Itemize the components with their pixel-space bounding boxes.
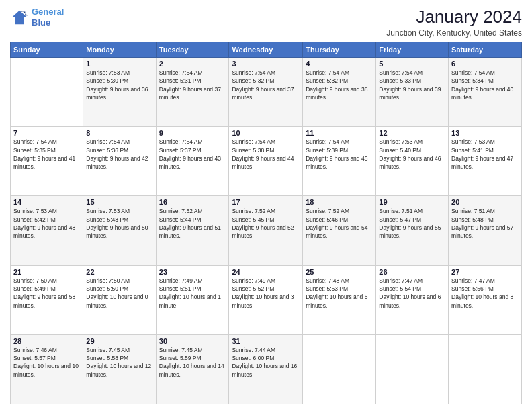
- day-info-1: Sunrise: 7:53 AMSunset: 5:30 PMDaylight:…: [86, 68, 152, 101]
- cell-3-2: 23Sunrise: 7:49 AMSunset: 5:51 PMDayligh…: [156, 265, 229, 334]
- day-number-6: 6: [451, 60, 519, 68]
- day-number-13: 13: [451, 129, 519, 137]
- day-info-21: Sunrise: 7:50 AMSunset: 5:49 PMDaylight:…: [13, 277, 80, 310]
- day-info-10: Sunrise: 7:54 AMSunset: 5:38 PMDaylight:…: [232, 138, 300, 171]
- day-number-5: 5: [379, 60, 445, 68]
- day-info-8: Sunrise: 7:54 AMSunset: 5:36 PMDaylight:…: [86, 138, 152, 171]
- cell-0-3: 3Sunrise: 7:54 AMSunset: 5:32 PMDaylight…: [229, 58, 303, 127]
- day-number-11: 11: [306, 129, 373, 137]
- header-thursday: Thursday: [303, 42, 376, 58]
- page: General Blue January 2024 Junction City,…: [0, 0, 532, 411]
- header-monday: Monday: [83, 42, 156, 58]
- day-info-12: Sunrise: 7:53 AMSunset: 5:40 PMDaylight:…: [379, 138, 445, 171]
- day-number-28: 28: [13, 337, 80, 345]
- cell-1-5: 12Sunrise: 7:53 AMSunset: 5:40 PMDayligh…: [376, 127, 449, 196]
- day-number-9: 9: [159, 129, 226, 137]
- day-info-17: Sunrise: 7:52 AMSunset: 5:45 PMDaylight:…: [232, 207, 300, 240]
- cell-3-3: 24Sunrise: 7:49 AMSunset: 5:52 PMDayligh…: [229, 265, 303, 334]
- calendar-header: Sunday Monday Tuesday Wednesday Thursday…: [11, 42, 522, 58]
- logo-text: General Blue: [32, 7, 64, 28]
- logo: General Blue: [10, 7, 64, 28]
- day-number-24: 24: [232, 268, 300, 276]
- header-sunday: Sunday: [11, 42, 83, 58]
- cell-0-4: 4Sunrise: 7:54 AMSunset: 5:32 PMDaylight…: [303, 58, 376, 127]
- day-number-31: 31: [232, 337, 300, 345]
- cell-2-1: 15Sunrise: 7:53 AMSunset: 5:43 PMDayligh…: [83, 196, 156, 265]
- cell-2-2: 16Sunrise: 7:52 AMSunset: 5:44 PMDayligh…: [156, 196, 229, 265]
- cell-3-4: 25Sunrise: 7:48 AMSunset: 5:53 PMDayligh…: [303, 265, 376, 334]
- day-info-2: Sunrise: 7:54 AMSunset: 5:31 PMDaylight:…: [159, 68, 226, 101]
- day-info-6: Sunrise: 7:54 AMSunset: 5:34 PMDaylight:…: [451, 68, 519, 101]
- cell-2-0: 14Sunrise: 7:53 AMSunset: 5:42 PMDayligh…: [11, 196, 83, 265]
- cell-3-1: 22Sunrise: 7:50 AMSunset: 5:50 PMDayligh…: [83, 265, 156, 334]
- day-info-26: Sunrise: 7:47 AMSunset: 5:54 PMDaylight:…: [379, 277, 445, 310]
- week-row-2: 14Sunrise: 7:53 AMSunset: 5:42 PMDayligh…: [11, 196, 522, 265]
- month-title: January 2024: [386, 7, 522, 28]
- day-number-18: 18: [306, 198, 373, 206]
- day-number-3: 3: [232, 60, 300, 68]
- header: General Blue January 2024 Junction City,…: [10, 7, 522, 38]
- cell-1-3: 10Sunrise: 7:54 AMSunset: 5:38 PMDayligh…: [229, 127, 303, 196]
- day-number-23: 23: [159, 268, 226, 276]
- day-info-23: Sunrise: 7:49 AMSunset: 5:51 PMDaylight:…: [159, 277, 226, 310]
- cell-4-3: 31Sunrise: 7:44 AMSunset: 6:00 PMDayligh…: [229, 334, 303, 404]
- header-row: Sunday Monday Tuesday Wednesday Thursday…: [11, 42, 522, 58]
- cell-3-5: 26Sunrise: 7:47 AMSunset: 5:54 PMDayligh…: [376, 265, 449, 334]
- week-row-1: 7Sunrise: 7:54 AMSunset: 5:35 PMDaylight…: [11, 127, 522, 196]
- day-info-29: Sunrise: 7:45 AMSunset: 5:58 PMDaylight:…: [86, 346, 152, 379]
- day-number-20: 20: [451, 198, 519, 206]
- day-info-25: Sunrise: 7:48 AMSunset: 5:53 PMDaylight:…: [306, 277, 373, 310]
- cell-1-1: 8Sunrise: 7:54 AMSunset: 5:36 PMDaylight…: [83, 127, 156, 196]
- day-info-4: Sunrise: 7:54 AMSunset: 5:32 PMDaylight:…: [306, 68, 373, 101]
- day-number-16: 16: [159, 198, 226, 206]
- day-number-30: 30: [159, 337, 226, 345]
- day-number-25: 25: [306, 268, 373, 276]
- day-info-11: Sunrise: 7:54 AMSunset: 5:39 PMDaylight:…: [306, 138, 373, 171]
- logo-line2: Blue: [32, 17, 50, 28]
- cell-4-6: [449, 334, 522, 404]
- cell-4-2: 30Sunrise: 7:45 AMSunset: 5:59 PMDayligh…: [156, 334, 229, 404]
- cell-4-5: [376, 334, 449, 404]
- day-info-19: Sunrise: 7:51 AMSunset: 5:47 PMDaylight:…: [379, 207, 445, 240]
- cell-2-4: 18Sunrise: 7:52 AMSunset: 5:46 PMDayligh…: [303, 196, 376, 265]
- cell-2-6: 20Sunrise: 7:51 AMSunset: 5:48 PMDayligh…: [449, 196, 522, 265]
- cell-1-0: 7Sunrise: 7:54 AMSunset: 5:35 PMDaylight…: [11, 127, 83, 196]
- calendar-table: Sunday Monday Tuesday Wednesday Thursday…: [10, 42, 522, 404]
- day-info-27: Sunrise: 7:47 AMSunset: 5:56 PMDaylight:…: [451, 277, 519, 310]
- day-number-8: 8: [86, 129, 152, 137]
- week-row-3: 21Sunrise: 7:50 AMSunset: 5:49 PMDayligh…: [11, 265, 522, 334]
- title-area: January 2024 Junction City, Kentucky, Un…: [386, 7, 522, 38]
- cell-0-0: [11, 58, 83, 127]
- cell-1-4: 11Sunrise: 7:54 AMSunset: 5:39 PMDayligh…: [303, 127, 376, 196]
- day-info-18: Sunrise: 7:52 AMSunset: 5:46 PMDaylight:…: [306, 207, 373, 240]
- cell-0-5: 5Sunrise: 7:54 AMSunset: 5:33 PMDaylight…: [376, 58, 449, 127]
- cell-2-5: 19Sunrise: 7:51 AMSunset: 5:47 PMDayligh…: [376, 196, 449, 265]
- day-number-19: 19: [379, 198, 445, 206]
- day-info-22: Sunrise: 7:50 AMSunset: 5:50 PMDaylight:…: [86, 277, 152, 310]
- cell-2-3: 17Sunrise: 7:52 AMSunset: 5:45 PMDayligh…: [229, 196, 303, 265]
- day-info-16: Sunrise: 7:52 AMSunset: 5:44 PMDaylight:…: [159, 207, 226, 240]
- cell-4-0: 28Sunrise: 7:46 AMSunset: 5:57 PMDayligh…: [11, 334, 83, 404]
- day-number-17: 17: [232, 198, 300, 206]
- day-info-14: Sunrise: 7:53 AMSunset: 5:42 PMDaylight:…: [13, 207, 80, 240]
- cell-3-6: 27Sunrise: 7:47 AMSunset: 5:56 PMDayligh…: [449, 265, 522, 334]
- cell-3-0: 21Sunrise: 7:50 AMSunset: 5:49 PMDayligh…: [11, 265, 83, 334]
- logo-line1: General: [32, 7, 64, 17]
- day-info-24: Sunrise: 7:49 AMSunset: 5:52 PMDaylight:…: [232, 277, 300, 310]
- day-info-5: Sunrise: 7:54 AMSunset: 5:33 PMDaylight:…: [379, 68, 445, 101]
- day-number-2: 2: [159, 60, 226, 68]
- week-row-4: 28Sunrise: 7:46 AMSunset: 5:57 PMDayligh…: [11, 334, 522, 404]
- cell-0-1: 1Sunrise: 7:53 AMSunset: 5:30 PMDaylight…: [83, 58, 156, 127]
- day-info-15: Sunrise: 7:53 AMSunset: 5:43 PMDaylight:…: [86, 207, 152, 240]
- cell-1-6: 13Sunrise: 7:53 AMSunset: 5:41 PMDayligh…: [449, 127, 522, 196]
- day-number-14: 14: [13, 198, 80, 206]
- day-info-31: Sunrise: 7:44 AMSunset: 6:00 PMDaylight:…: [232, 346, 300, 379]
- day-number-27: 27: [451, 268, 519, 276]
- calendar-body: 1Sunrise: 7:53 AMSunset: 5:30 PMDaylight…: [11, 58, 522, 404]
- day-number-4: 4: [306, 60, 373, 68]
- day-info-28: Sunrise: 7:46 AMSunset: 5:57 PMDaylight:…: [13, 346, 80, 379]
- cell-4-4: [303, 334, 376, 404]
- day-number-21: 21: [13, 268, 80, 276]
- day-number-1: 1: [86, 60, 152, 68]
- cell-0-6: 6Sunrise: 7:54 AMSunset: 5:34 PMDaylight…: [449, 58, 522, 127]
